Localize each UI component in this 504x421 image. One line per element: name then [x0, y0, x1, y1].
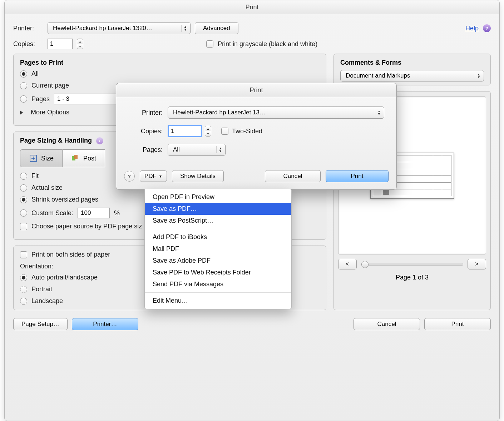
printer-value: Hewlett-Packard hp LaserJet 1320… [53, 25, 152, 32]
preview-page-status: Page 1 of 3 [338, 274, 486, 281]
help-icon[interactable]: ? [483, 24, 491, 32]
sheet-cancel-button[interactable]: Cancel [265, 170, 321, 182]
radio-all[interactable] [20, 70, 27, 78]
radio-auto-orient[interactable] [20, 274, 27, 281]
updown-icon: ▲▼ [477, 73, 480, 79]
sheet-pages-label: Pages: [128, 146, 163, 154]
size-segment[interactable]: Size [20, 149, 63, 167]
dialog-title: Print [5, 0, 499, 14]
radio-landscape[interactable] [20, 298, 27, 305]
radio-current[interactable] [20, 82, 27, 89]
sheet-copies-stepper[interactable]: ▲▼ [205, 126, 211, 137]
disclosure-triangle-icon[interactable] [20, 110, 23, 115]
chevron-down-icon: ▼ [77, 44, 83, 49]
preview-next-button[interactable]: > [468, 259, 486, 269]
preview-prev-button[interactable]: < [338, 259, 357, 269]
radio-actual-label: Actual size [31, 184, 63, 192]
print-button[interactable]: Print [424, 318, 491, 330]
grayscale-checkbox[interactable] [206, 40, 213, 48]
menu-save-pdf[interactable]: Save as PDF… [145, 203, 291, 215]
menu-edit[interactable]: Edit Menu… [145, 295, 291, 307]
twosided-label: Two-Sided [232, 128, 262, 135]
radio-pages-label: Pages [31, 95, 50, 103]
sheet-printer-dropdown[interactable]: Hewlett-Packard hp LaserJet 13… ▲▼ [168, 107, 384, 119]
menu-save-adobe[interactable]: Save as Adobe PDF [145, 255, 291, 267]
comments-forms-value: Document and Markups [346, 72, 410, 79]
both-sides-checkbox[interactable] [20, 251, 27, 258]
sheet-copies-label: Copies: [128, 128, 163, 135]
choose-source-checkbox[interactable] [20, 223, 27, 230]
chevron-down-icon: ▼ [159, 174, 162, 178]
preview-slider[interactable] [361, 263, 463, 266]
radio-portrait[interactable] [20, 286, 27, 293]
printer-label: Printer: [13, 25, 43, 32]
custom-scale-input[interactable] [78, 208, 110, 218]
updown-icon: ▲▼ [184, 25, 187, 31]
radio-shrink-label: Shrink oversized pages [31, 196, 98, 203]
sheet-copies-input[interactable] [168, 125, 202, 137]
updown-icon: ▲▼ [377, 110, 381, 115]
comments-forms-dropdown[interactable]: Document and Markups ▲▼ [340, 70, 484, 81]
sheet-title: Print [116, 83, 396, 97]
page-sizing-title: Page Sizing & Handling [20, 137, 92, 144]
system-print-sheet: Print Printer: Hewlett-Packard hp LaserJ… [116, 83, 397, 190]
choose-source-label: Choose paper source by PDF page siz [31, 223, 142, 230]
menu-separator [145, 229, 291, 229]
sheet-print-button[interactable]: Print [326, 170, 389, 182]
pdf-menu: Open PDF in Preview Save as PDF… Save as… [144, 189, 292, 309]
pdf-menu-button[interactable]: PDF ▼ [140, 170, 167, 182]
page-setup-button[interactable]: Page Setup… [13, 318, 68, 330]
cancel-button[interactable]: Cancel [354, 318, 420, 330]
updown-icon: ▲▼ [219, 147, 222, 153]
pages-to-print-title: Pages to Print [20, 59, 320, 66]
svg-rect-2 [74, 155, 78, 159]
show-details-button[interactable]: Show Details [172, 170, 224, 182]
pdf-menu-label: PDF [144, 173, 157, 180]
comments-forms-title: Comments & Forms [340, 59, 484, 66]
twosided-checkbox[interactable] [221, 128, 228, 135]
poster-segment[interactable]: Post [63, 149, 105, 167]
copies-input[interactable] [48, 39, 73, 49]
menu-add-ibooks[interactable]: Add PDF to iBooks [145, 231, 291, 243]
radio-auto-orient-label: Auto portrait/landscape [31, 274, 98, 281]
slider-thumb[interactable] [361, 261, 369, 268]
chevron-down-icon: ▼ [205, 131, 211, 136]
printer-dropdown[interactable]: Hewlett-Packard hp LaserJet 1320… ▲▼ [48, 22, 191, 34]
info-icon[interactable]: i [96, 137, 103, 144]
menu-open-preview[interactable]: Open PDF in Preview [145, 191, 291, 203]
both-sides-label: Print on both sides of paper [31, 251, 110, 258]
help-link[interactable]: Help [465, 25, 479, 32]
radio-custom[interactable] [20, 209, 27, 217]
radio-actual[interactable] [20, 184, 27, 192]
menu-save-receipts[interactable]: Save PDF to Web Receipts Folder [145, 267, 291, 278]
chevron-up-icon: ▲ [77, 39, 83, 44]
menu-separator [145, 292, 291, 293]
more-options-label[interactable]: More Options [31, 109, 69, 116]
pages-range-input[interactable] [54, 94, 125, 104]
poster-segment-label: Post [83, 155, 96, 162]
chevron-up-icon: ▲ [205, 126, 211, 131]
radio-shrink[interactable] [20, 196, 27, 203]
advanced-button[interactable]: Advanced [195, 22, 238, 34]
size-icon [29, 154, 38, 163]
help-icon[interactable]: ? [124, 171, 135, 182]
menu-send-messages[interactable]: Send PDF via Messages [145, 278, 291, 290]
sheet-pages-value: All [173, 146, 180, 153]
copies-label: Copies: [13, 40, 43, 48]
radio-all-label: All [31, 70, 39, 78]
printer-button[interactable]: Printer… [72, 318, 138, 330]
menu-mail-pdf[interactable]: Mail PDF [145, 243, 291, 255]
size-segment-label: Size [41, 155, 54, 162]
radio-custom-label: Custom Scale: [31, 209, 73, 217]
menu-save-postscript[interactable]: Save as PostScript… [145, 215, 291, 227]
radio-current-label: Current page [31, 82, 69, 89]
comments-forms-pane: Comments & Forms Document and Markups ▲▼ [333, 54, 491, 85]
radio-pages[interactable] [20, 95, 27, 103]
copies-stepper[interactable]: ▲▼ [77, 39, 83, 49]
percent-label: % [114, 209, 120, 217]
radio-fit[interactable] [20, 173, 27, 180]
radio-landscape-label: Landscape [31, 297, 63, 305]
poster-icon [71, 154, 80, 163]
sheet-pages-dropdown[interactable]: All ▲▼ [168, 144, 226, 156]
radio-portrait-label: Portrait [31, 286, 52, 293]
